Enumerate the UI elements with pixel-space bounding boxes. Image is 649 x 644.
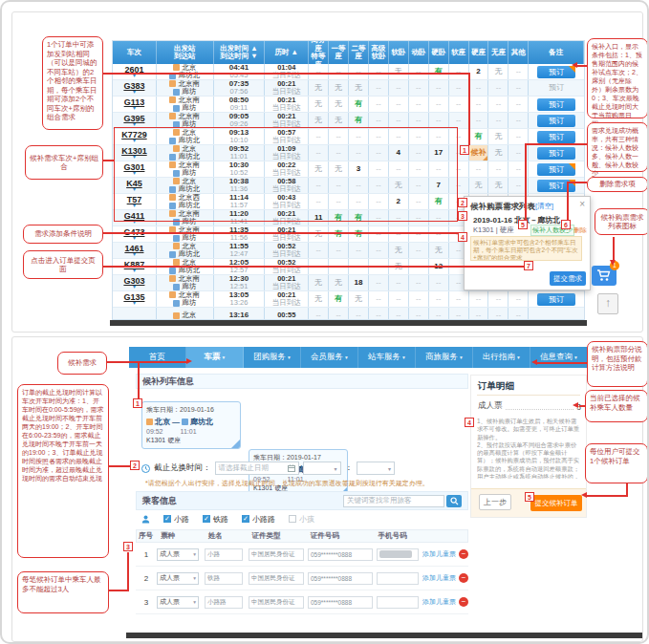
add-child-ticket-link[interactable]: 添加儿童票: [422, 573, 456, 583]
col-seat-class: 动卧: [409, 41, 429, 64]
same-day-label: 当日到达: [272, 234, 301, 242]
col-times-sort[interactable]: 出发时间 ▲ 到达时间 ▼: [214, 41, 266, 64]
book-button[interactable]: 预订: [537, 66, 575, 78]
previous-step-button[interactable]: 上一步: [479, 494, 511, 510]
seat-value: --: [376, 279, 380, 287]
ticket-type-select[interactable]: 成人票▾: [157, 572, 199, 585]
train-number-cell[interactable]: G473▾: [113, 226, 157, 242]
adult-ticket-label: 成人票: [478, 400, 503, 412]
waitlist-entry-cell[interactable]: 候补: [469, 145, 488, 161]
nav-tab-车票[interactable]: 车票▾: [186, 347, 244, 368]
seat-value: --: [516, 311, 521, 319]
train-number-cell[interactable]: G303▾: [113, 275, 157, 290]
train-number-cell[interactable]: 2601▾: [113, 64, 157, 79]
train-number-cell[interactable]: [113, 308, 157, 320]
book-button[interactable]: 预订: [537, 98, 575, 111]
expand-caret-icon[interactable]: ▾: [133, 236, 136, 241]
cert-no-input[interactable]: 059*******0888: [308, 548, 373, 561]
submit-demand-button[interactable]: 提交需求: [550, 271, 586, 286]
expand-caret-icon[interactable]: ▾: [133, 122, 136, 127]
ticket-type-select[interactable]: 成人票▾: [157, 548, 199, 561]
book-button[interactable]: 预订: [537, 163, 575, 176]
remark-cell: 预订: [529, 113, 584, 128]
delete-demand-link[interactable]: 删除: [573, 225, 587, 235]
nav-tab-商旅服务[interactable]: 商旅服务▾: [416, 347, 473, 368]
checkbox[interactable]: ✓: [163, 515, 171, 523]
seat-availability-cell: --: [329, 243, 349, 258]
expand-caret-icon[interactable]: ▾: [133, 285, 136, 290]
nav-tab-出行指南[interactable]: 出行指南▾: [473, 347, 530, 368]
destination-line: 廊坊: [173, 234, 196, 242]
close-icon[interactable]: ×: [579, 199, 585, 209]
expand-caret-icon[interactable]: ▾: [133, 252, 136, 257]
seat-availability-cell: --: [429, 291, 449, 307]
quick-passenger-option[interactable]: ✓小路路: [242, 514, 275, 525]
clear-all-link[interactable]: [清空]: [535, 202, 553, 211]
name-input[interactable]: 小路路: [205, 596, 243, 609]
deadline-date-input[interactable]: 请选择截止日期: [215, 462, 299, 475]
train-number-cell[interactable]: G383▾: [113, 80, 157, 96]
seat-availability-cell: --: [508, 64, 529, 79]
annotation-waitlist-entry: 候补入口，显示条件包括：1、预售期范围内的候补试点车次；2、席别（无座除外）剩余…: [587, 38, 648, 118]
train-row: G383▾北京南廊坊07:3507:5600:21当日到达无无无--------…: [113, 80, 584, 97]
cert-type-input[interactable]: 中国居民身份证: [249, 572, 304, 585]
stations-cell: 北京南廊坊: [157, 291, 214, 307]
col-duration-sort[interactable]: 历时 ▲: [265, 41, 309, 64]
book-button[interactable]: 预订: [537, 131, 575, 143]
expand-caret-icon[interactable]: ▾: [133, 268, 136, 273]
times-cell: 13:0513:26: [214, 291, 266, 307]
cert-no-input[interactable]: 059*******0888: [308, 596, 373, 609]
remark-cell: 预订: [529, 97, 584, 112]
expand-caret-icon[interactable]: ▾: [133, 106, 136, 111]
delete-passenger-icon[interactable]: −: [459, 597, 468, 607]
quick-passenger-option[interactable]: 小孩: [289, 514, 314, 525]
book-button[interactable]: 预订: [537, 147, 575, 160]
card-stations: 北京—廊坊北: [146, 417, 236, 427]
delete-passenger-icon[interactable]: −: [459, 549, 468, 559]
search-button[interactable]: [446, 495, 462, 507]
stations-cell: 北京南廊坊: [157, 80, 214, 96]
add-child-ticket-link[interactable]: 添加儿童票: [422, 597, 456, 607]
phone-input[interactable]: [377, 548, 419, 561]
search-input[interactable]: 关键词查找常用旅客: [343, 495, 444, 507]
deadline-hour-select[interactable]: ▾: [303, 462, 341, 475]
cert-no-input[interactable]: 059*******0888: [308, 572, 373, 585]
ticket-type-select[interactable]: 成人票▾: [157, 596, 199, 609]
scroll-to-top-button[interactable]: ↑: [597, 293, 618, 314]
book-button[interactable]: 预订: [537, 115, 575, 127]
checkbox[interactable]: ✓: [242, 515, 249, 523]
deadline-minute-select[interactable]: ▾: [357, 462, 395, 475]
seat-availability-cell: --: [309, 243, 329, 258]
quick-passenger-option[interactable]: ✓小路: [163, 514, 189, 525]
expand-caret-icon[interactable]: ▾: [133, 301, 136, 306]
stations-cell: 北京南廊坊: [157, 113, 214, 128]
train-number-cell[interactable]: G395▾: [113, 113, 157, 128]
train-number-cell[interactable]: G113▾: [113, 97, 157, 112]
name-input[interactable]: 小路: [205, 548, 243, 561]
cert-type-input[interactable]: 中国居民身份证: [249, 596, 304, 609]
origin-icon: [173, 312, 180, 319]
destination-station: 廊坊北: [178, 250, 200, 258]
train-number-cell[interactable]: G135▾: [113, 291, 157, 307]
duration-cell: 00:52当日到达: [265, 243, 309, 258]
nav-tab-站车服务[interactable]: 站车服务▾: [358, 347, 416, 368]
add-child-ticket-link[interactable]: 添加儿童票: [422, 549, 456, 559]
connector-line: [567, 182, 569, 220]
cert-type-input[interactable]: 中国居民身份证: [249, 548, 304, 561]
train-number-cell[interactable]: 1461▾: [113, 243, 157, 258]
submit-waitlist-order-button[interactable]: 提交候补订单: [530, 495, 582, 511]
delete-passenger-icon[interactable]: −: [459, 573, 468, 583]
seat-availability-cell: 候补: [469, 145, 489, 161]
nav-tab-信息查询[interactable]: 信息查询▾: [530, 347, 588, 368]
annotation-add-condition: 需求添加条件说明: [23, 225, 103, 244]
phone-input[interactable]: [377, 572, 419, 585]
book-button[interactable]: 预订: [537, 293, 575, 306]
nav-tab-团购服务[interactable]: 团购服务▾: [244, 347, 301, 368]
checkbox[interactable]: [289, 515, 296, 523]
expand-caret-icon[interactable]: ▾: [133, 90, 136, 95]
name-input[interactable]: 铁路: [205, 572, 243, 585]
nav-tab-会员服务[interactable]: 会员服务▾: [301, 347, 358, 368]
quick-passenger-option[interactable]: ✓铁路: [203, 514, 228, 525]
checkbox[interactable]: ✓: [203, 515, 210, 523]
phone-input[interactable]: [377, 596, 419, 609]
